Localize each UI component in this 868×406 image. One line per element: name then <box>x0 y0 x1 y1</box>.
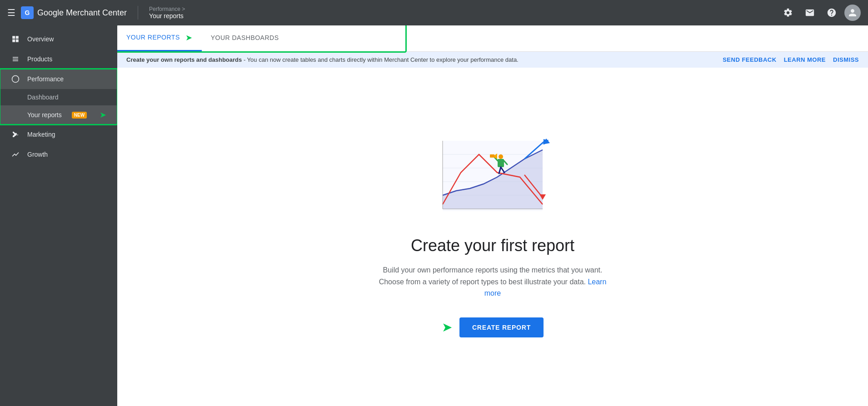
banner-bold: Create your own reports and dashboards <box>126 56 242 63</box>
arrow-indicator: ➤ <box>100 110 106 120</box>
hamburger-menu[interactable]: ☰ <box>7 7 15 18</box>
performance-section: Performance Dashboard Your reports NEW ➤ <box>0 69 117 124</box>
tab-your-reports-label: YOUR REPORTS <box>126 34 180 41</box>
app-title: Google Merchant Center <box>37 8 127 18</box>
avatar[interactable] <box>844 5 861 21</box>
sidebar-item-performance[interactable]: Performance <box>0 69 117 89</box>
growth-icon <box>11 150 20 159</box>
sidebar-label-marketing: Marketing <box>27 131 55 138</box>
top-nav: ☰ G Google Merchant Center Performance >… <box>0 0 868 25</box>
your-reports-label: Your reports <box>27 111 62 119</box>
sidebar-item-overview[interactable]: Overview <box>0 29 117 49</box>
main-layout: Overview Products Performance Dashboard … <box>0 25 868 406</box>
send-feedback-button[interactable]: SEND FEEDBACK <box>723 56 776 63</box>
logo-area: G Google Merchant Center <box>21 6 127 19</box>
info-banner: Create your own reports and dashboards -… <box>117 52 868 68</box>
create-report-arrow-icon: ➤ <box>442 320 452 335</box>
breadcrumb-current: Your reports <box>149 12 185 20</box>
sidebar-item-products[interactable]: Products <box>0 49 117 69</box>
products-icon <box>11 54 20 64</box>
create-report-button[interactable]: CREATE REPORT <box>459 317 544 337</box>
sidebar-sub-your-reports[interactable]: Your reports NEW ➤ <box>0 105 117 124</box>
svg-point-0 <box>12 76 19 83</box>
dashboard-label: Dashboard <box>27 94 59 101</box>
banner-links: SEND FEEDBACK LEARN MORE DISMISS <box>723 56 859 63</box>
tab-your-dashboards[interactable]: YOUR DASHBOARDS <box>202 27 288 50</box>
content-description: Build your own performance reports using… <box>374 264 611 299</box>
illustration <box>434 136 552 218</box>
breadcrumb-parent: Performance > <box>149 6 185 12</box>
dismiss-button[interactable]: DISMISS <box>833 56 859 63</box>
sidebar-item-marketing[interactable]: Marketing <box>0 124 117 144</box>
banner-rest: - You can now create tables and charts d… <box>242 56 518 63</box>
sidebar-label-products: Products <box>27 55 52 63</box>
content-desc-text: Build your own performance reports using… <box>379 266 603 286</box>
marketing-icon <box>11 130 20 139</box>
breadcrumb: Performance > Your reports <box>149 6 185 20</box>
create-report-area: ➤ CREATE REPORT <box>442 317 544 337</box>
svg-point-12 <box>499 154 503 159</box>
nav-icons <box>779 4 861 22</box>
svg-rect-15 <box>490 154 494 158</box>
sidebar-sub-dashboard[interactable]: Dashboard <box>0 89 117 105</box>
settings-icon[interactable] <box>779 4 797 22</box>
sidebar-item-growth[interactable]: Growth <box>0 144 117 164</box>
sidebar: Overview Products Performance Dashboard … <box>0 25 117 406</box>
banner-text: Create your own reports and dashboards -… <box>126 56 719 63</box>
overview-icon <box>11 35 20 44</box>
sidebar-label-performance: Performance <box>27 75 64 83</box>
nav-divider <box>138 6 138 20</box>
new-badge: NEW <box>72 112 87 119</box>
sidebar-label-growth: Growth <box>27 151 48 158</box>
mail-icon[interactable] <box>801 4 819 22</box>
help-icon[interactable] <box>823 4 841 22</box>
tab-arrow: ➤ <box>185 33 193 43</box>
tab-bar: YOUR REPORTS ➤ YOUR DASHBOARDS <box>117 25 868 52</box>
performance-icon <box>11 74 20 84</box>
svg-rect-13 <box>498 159 504 167</box>
learn-more-banner-button[interactable]: LEARN MORE <box>784 56 826 63</box>
main-content: Create your first report Build your own … <box>117 68 868 406</box>
content-title: Create your first report <box>411 236 574 255</box>
app-logo: G <box>21 6 34 19</box>
sidebar-label-overview: Overview <box>27 35 54 43</box>
content-area: YOUR REPORTS ➤ YOUR DASHBOARDS Create yo… <box>117 25 868 406</box>
tab-your-dashboards-label: YOUR DASHBOARDS <box>211 34 279 41</box>
tab-your-reports[interactable]: YOUR REPORTS ➤ <box>117 25 202 51</box>
